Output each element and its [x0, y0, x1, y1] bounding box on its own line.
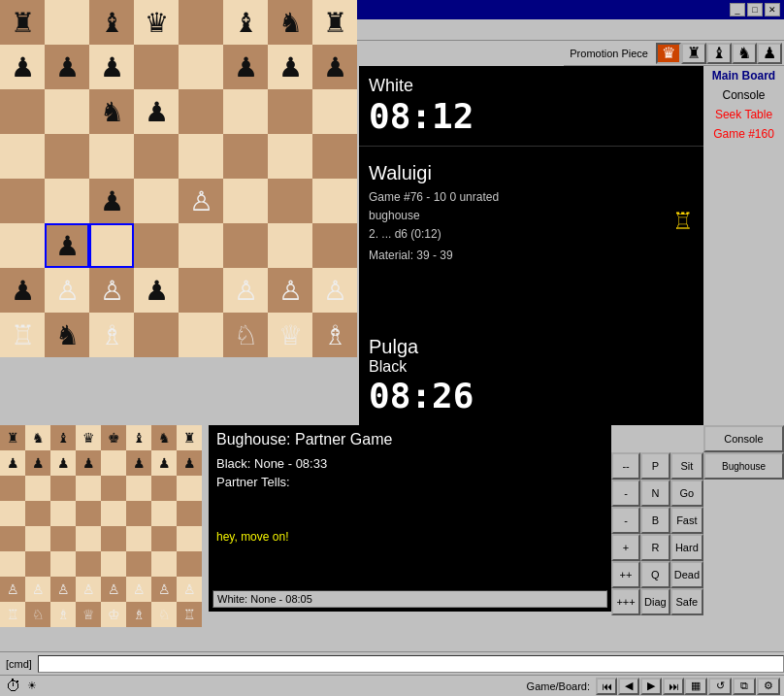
ctrl-sit[interactable]: Sit [670, 452, 703, 480]
pb-b7[interactable]: ♟ [25, 450, 50, 476]
pb-a1[interactable]: ♖ [0, 602, 25, 627]
nav-next[interactable]: ▶ [640, 678, 662, 695]
f5[interactable] [223, 134, 268, 179]
b8[interactable] [45, 0, 89, 45]
pb-b3[interactable] [25, 551, 50, 577]
g8[interactable]: ♞ [268, 0, 312, 45]
d5[interactable] [134, 134, 179, 179]
d8[interactable]: ♛ [134, 0, 179, 45]
pb-a4[interactable] [0, 526, 25, 551]
title-controls[interactable]: _ □ ✕ [730, 3, 780, 17]
e4[interactable]: ♙ [179, 179, 223, 223]
pb-h4[interactable] [177, 526, 202, 551]
b6[interactable] [45, 89, 89, 134]
ctrl-fast[interactable]: Fast [670, 507, 703, 534]
e1[interactable] [179, 313, 223, 357]
pb-g5[interactable] [151, 501, 177, 526]
ctrl-safe[interactable]: Safe [670, 588, 703, 615]
d3[interactable] [134, 223, 179, 268]
pb-e3[interactable] [101, 551, 126, 577]
ctrl-diag[interactable]: Diag [640, 588, 670, 615]
pb-g7[interactable]: ♟ [151, 450, 177, 476]
a6[interactable] [0, 89, 45, 134]
sidebar-console[interactable]: Console [703, 85, 784, 105]
pb-f8[interactable]: ♝ [126, 425, 151, 450]
extra-refresh[interactable]: ↺ [708, 678, 732, 695]
pb-e6[interactable] [101, 476, 126, 501]
a2[interactable]: ♟ [0, 268, 45, 313]
pb-h5[interactable] [177, 501, 202, 526]
minimize-button[interactable]: _ [730, 3, 745, 17]
c6[interactable]: ♞ [89, 89, 134, 134]
pb-h6[interactable] [177, 476, 202, 501]
pb-e7[interactable] [101, 450, 126, 476]
d6[interactable]: ♟ [134, 89, 179, 134]
f6[interactable] [223, 89, 268, 134]
extra-copy[interactable]: ⧉ [733, 678, 756, 695]
pb-g2[interactable]: ♙ [151, 577, 177, 602]
g1[interactable]: ♕ [268, 313, 312, 357]
pb-d5[interactable] [76, 501, 101, 526]
pb-a8[interactable]: ♜ [0, 425, 25, 450]
pb-b6[interactable] [25, 476, 50, 501]
pb-a5[interactable] [0, 501, 25, 526]
pb-h2[interactable]: ♙ [177, 577, 202, 602]
pb-d4[interactable] [76, 526, 101, 551]
promo-queen[interactable]: ♛ [656, 43, 681, 64]
pb-d3[interactable] [76, 551, 101, 577]
pb-f5[interactable] [126, 501, 151, 526]
pb-g8[interactable]: ♞ [151, 425, 177, 450]
f8[interactable]: ♝ [223, 0, 268, 45]
d2[interactable]: ♟ [134, 268, 179, 313]
pb-a6[interactable] [0, 476, 25, 501]
pb-b2[interactable]: ♙ [25, 577, 50, 602]
c8[interactable]: ♝ [89, 0, 134, 45]
h5[interactable] [312, 134, 357, 179]
e7[interactable] [179, 45, 223, 89]
b7[interactable]: ♟ [45, 45, 89, 89]
b2[interactable]: ♙ [45, 268, 89, 313]
pb-b5[interactable] [25, 501, 50, 526]
h1[interactable]: ♗ [312, 313, 357, 357]
c1[interactable]: ♗ [89, 313, 134, 357]
d1[interactable] [134, 313, 179, 357]
pb-f3[interactable] [126, 551, 151, 577]
b4[interactable] [45, 179, 89, 223]
pb-a3[interactable] [0, 551, 25, 577]
a5[interactable] [0, 134, 45, 179]
pb-b4[interactable] [25, 526, 50, 551]
cmd-input[interactable] [38, 655, 784, 673]
ctrl-bughouse[interactable]: Bughouse [703, 452, 784, 480]
h8[interactable]: ♜ [312, 0, 357, 45]
pb-d8[interactable]: ♛ [76, 425, 101, 450]
promo-pawn[interactable]: ♟ [757, 43, 782, 64]
pb-g6[interactable] [151, 476, 177, 501]
close-button[interactable]: ✕ [765, 3, 780, 17]
d7[interactable] [134, 45, 179, 89]
ctrl-console[interactable]: Console [703, 425, 784, 452]
sidebar-seek-table[interactable]: Seek Table [703, 105, 784, 124]
a3[interactable] [0, 223, 45, 268]
b1[interactable]: ♞ [45, 313, 89, 357]
promo-bishop[interactable]: ♝ [706, 43, 732, 64]
extra-grid[interactable]: ▦ [684, 678, 707, 695]
g7[interactable]: ♟ [268, 45, 312, 89]
g3[interactable] [268, 223, 312, 268]
pb-f4[interactable] [126, 526, 151, 551]
h4[interactable] [312, 179, 357, 223]
nav-first[interactable]: ⏮ [596, 678, 617, 695]
pb-a2[interactable]: ♙ [0, 577, 25, 602]
e2[interactable] [179, 268, 223, 313]
pb-h7[interactable]: ♟ [177, 450, 202, 476]
f4[interactable] [223, 179, 268, 223]
g5[interactable] [268, 134, 312, 179]
pb-c6[interactable] [50, 476, 76, 501]
nav-last[interactable]: ⏭ [663, 678, 684, 695]
sidebar-main-board[interactable]: Main Board [703, 66, 784, 85]
g6[interactable] [268, 89, 312, 134]
ctrl-p[interactable]: P [640, 452, 670, 480]
pb-e1[interactable]: ♔ [101, 602, 126, 627]
b5[interactable] [45, 134, 89, 179]
pb-g4[interactable] [151, 526, 177, 551]
ctrl-go[interactable]: Go [670, 480, 703, 507]
